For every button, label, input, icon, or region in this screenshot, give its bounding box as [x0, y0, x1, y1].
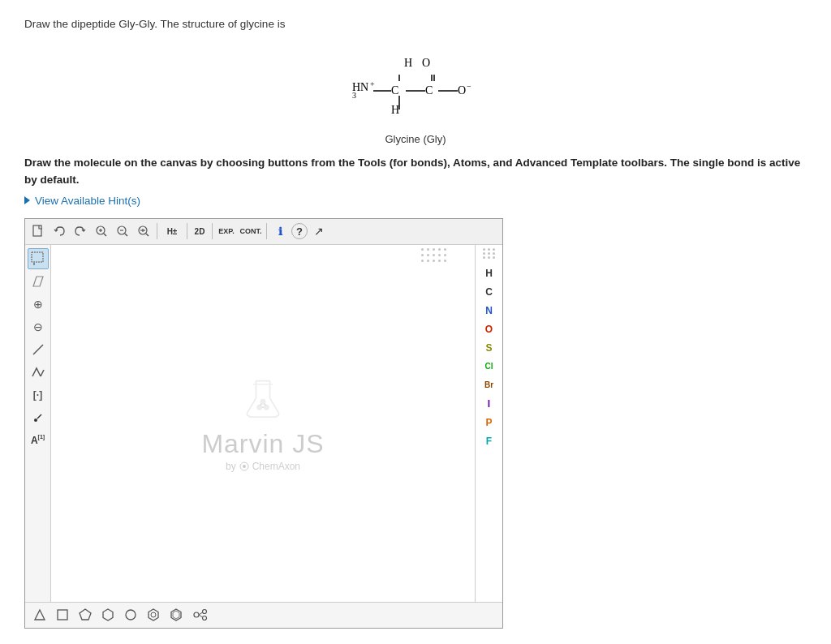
svg-point-51 — [151, 612, 156, 617]
benzene-shape-button[interactable] — [144, 605, 163, 625]
atom-map-button[interactable] — [28, 407, 49, 428]
atom-Cl-button[interactable]: Cl — [478, 358, 501, 376]
svg-line-42 — [265, 404, 266, 406]
cont-label: CONT. — [240, 227, 262, 235]
svg-marker-47 — [80, 609, 91, 620]
marvin-toolbar: H± 2D EXP. CONT. ℹ ? ↗ — [25, 219, 502, 245]
h-explicit-button[interactable]: H± — [161, 221, 183, 241]
atom-F-button[interactable]: F — [478, 432, 501, 450]
drawing-canvas[interactable]: Marvin JS by ChemAxon — [51, 245, 475, 602]
svg-point-55 — [203, 610, 207, 614]
remove-charge-button[interactable]: ⊖ — [28, 316, 49, 337]
exp-button[interactable]: EXP. — [216, 221, 237, 241]
svg-rect-46 — [58, 610, 67, 620]
svg-marker-48 — [103, 609, 113, 620]
atom-Br-button[interactable]: Br — [478, 376, 501, 394]
marvin-canvas-container: H± 2D EXP. CONT. ℹ ? ↗ — [24, 218, 503, 629]
svg-marker-32 — [33, 277, 43, 286]
pentagon-shape-button[interactable] — [75, 605, 95, 625]
marvin-watermark: Marvin JS by ChemAxon — [201, 374, 324, 472]
atom-O-button[interactable]: O — [478, 320, 501, 338]
chain-bond-button[interactable] — [28, 362, 49, 383]
toolbar-separator-2 — [187, 223, 187, 239]
chemaxon-name: ChemAxon — [252, 461, 300, 472]
marvin-js-title: Marvin JS — [201, 429, 324, 459]
instruction-text: Draw the molecule on the canvas by choos… — [24, 155, 807, 188]
square-shape-button[interactable] — [53, 605, 72, 625]
svg-text:−: − — [467, 82, 471, 91]
svg-point-37 — [256, 405, 262, 410]
help-icon: ? — [296, 225, 303, 238]
hint-label: View Available Hint(s) — [35, 195, 140, 207]
svg-text:O: O — [458, 84, 466, 97]
glycine-svg: H 3 N + C H O C O − H — [334, 41, 497, 130]
atom-panel-dots — [483, 248, 496, 259]
svg-point-35 — [34, 419, 37, 422]
svg-text:C: C — [425, 84, 433, 97]
glycine-structure: H 3 N + C H O C O − H Glycine (Gly) — [24, 41, 807, 145]
toolbar-separator-1 — [157, 223, 157, 239]
cyclohexane-shape-button[interactable] — [166, 605, 186, 625]
svg-marker-53 — [173, 611, 179, 619]
custom-template-button[interactable] — [189, 605, 212, 625]
hexagon-shape-button[interactable] — [98, 605, 118, 625]
toolbar-separator-4 — [266, 223, 267, 239]
help-button[interactable]: ? — [291, 223, 308, 239]
new-document-button[interactable] — [28, 221, 48, 241]
atom-C-button[interactable]: C — [478, 283, 501, 301]
redo-button[interactable] — [71, 221, 90, 241]
ring-shape-button[interactable] — [121, 605, 140, 625]
marvin-by-text: by ChemAxon — [226, 461, 300, 472]
zoom-out-button[interactable] — [113, 221, 132, 241]
svg-marker-50 — [149, 609, 158, 620]
svg-text:C: C — [391, 84, 398, 97]
exp-label: EXP. — [218, 227, 234, 235]
2d-button[interactable]: 2D — [191, 221, 209, 241]
undo-button[interactable] — [50, 221, 69, 241]
info-icon: ℹ — [278, 225, 282, 238]
svg-rect-18 — [33, 225, 41, 236]
svg-line-41 — [260, 404, 262, 406]
svg-text:3: 3 — [352, 91, 356, 100]
svg-text:+: + — [370, 79, 375, 88]
svg-line-33 — [33, 345, 43, 354]
atom-I-button[interactable]: I — [478, 395, 501, 413]
atom-N-button[interactable]: N — [478, 302, 501, 320]
chemaxon-logo — [239, 462, 249, 471]
svg-marker-45 — [35, 610, 45, 620]
select-tool-button[interactable] — [28, 248, 49, 269]
svg-text:O: O — [422, 57, 430, 69]
left-tool-panel: ⊕ ⊖ [·] A[1] — [25, 245, 51, 602]
single-bond-button[interactable] — [28, 339, 49, 360]
zoom-in-button[interactable] — [92, 221, 111, 241]
toolbar-separator-3 — [212, 223, 213, 239]
fullscreen-button[interactable]: ↗ — [309, 221, 329, 241]
svg-line-25 — [125, 234, 127, 236]
svg-point-44 — [243, 465, 246, 468]
erase-tool-button[interactable] — [28, 271, 49, 292]
atom-H-button[interactable]: H — [478, 264, 501, 282]
svg-text:H: H — [404, 57, 412, 69]
text-atom-button[interactable]: A[1] — [28, 430, 49, 451]
info-button[interactable]: ℹ — [270, 221, 290, 241]
svg-line-22 — [104, 234, 106, 236]
svg-point-54 — [194, 612, 199, 617]
atom-P-button[interactable]: P — [478, 414, 501, 431]
right-atom-panel: H C N O S Cl Br I P F — [475, 245, 502, 602]
bracket-button[interactable]: [·] — [28, 384, 49, 406]
svg-text:H: H — [391, 104, 399, 116]
question-text: Draw the dipeptide Gly-Gly. The structur… — [24, 16, 807, 32]
svg-line-34 — [41, 370, 44, 376]
glycine-name: Glycine (Gly) — [24, 133, 807, 145]
dots-pattern — [421, 248, 446, 264]
triangle-shape-button[interactable] — [30, 605, 50, 625]
2d-label: 2D — [195, 227, 205, 236]
svg-text:N: N — [360, 81, 368, 93]
atom-S-button[interactable]: S — [478, 339, 501, 357]
svg-point-38 — [264, 405, 269, 410]
cont-button[interactable]: CONT. — [239, 221, 263, 241]
hint-link[interactable]: View Available Hint(s) — [24, 195, 807, 207]
add-charge-button[interactable]: ⊕ — [28, 294, 49, 315]
zoom-fit-button[interactable] — [134, 221, 153, 241]
svg-line-57 — [199, 612, 203, 615]
